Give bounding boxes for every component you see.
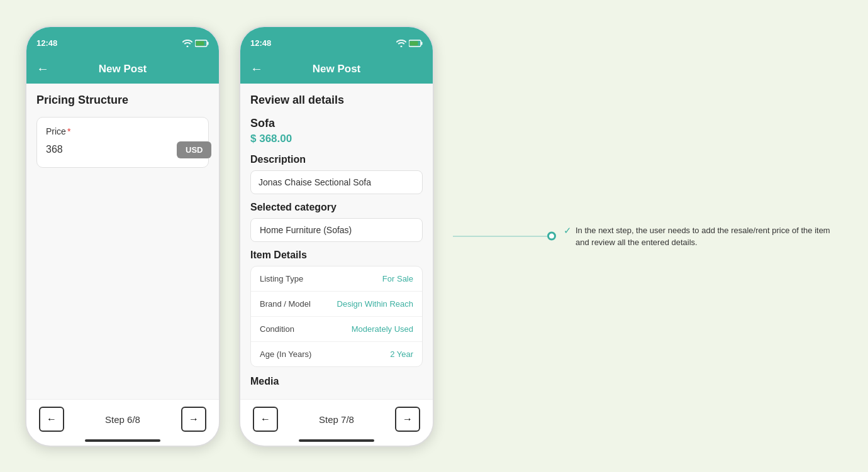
status-icons-2	[396, 40, 423, 47]
detail-key-condition: Condition	[260, 324, 294, 334]
detail-row-condition: Condition Moderately Used	[251, 317, 422, 342]
detail-value-age: 2 Year	[390, 349, 413, 359]
svg-rect-1	[208, 41, 209, 45]
phone2-bottom-nav: ← Step 7/8 →	[240, 399, 433, 439]
description-label: Description	[250, 154, 423, 165]
annotation-dot	[547, 232, 556, 241]
item-type-label: Sofa	[250, 117, 423, 130]
price-input[interactable]	[46, 144, 172, 155]
status-icons-1	[182, 40, 209, 47]
back-nav-button-1[interactable]: ←	[39, 407, 64, 432]
step-text-2: Step 7/8	[319, 414, 354, 425]
category-label: Selected category	[250, 202, 423, 213]
phone-1: 12:48 ← New Post Pricing Structure Price…	[25, 26, 220, 447]
item-details-label: Item Details	[250, 250, 423, 261]
back-button-2[interactable]: ←	[250, 62, 263, 76]
back-nav-button-2[interactable]: ←	[253, 407, 278, 432]
annotation-text-box: ✓ In the next step, the user needs to ad…	[564, 224, 830, 248]
svg-rect-4	[421, 41, 423, 45]
check-icon: ✓	[564, 224, 572, 236]
next-nav-button-2[interactable]: →	[395, 407, 420, 432]
media-label: Media	[250, 376, 423, 387]
detail-row-age: Age (In Years) 2 Year	[251, 342, 422, 366]
detail-value-condition: Moderately Used	[352, 324, 413, 334]
annotation-wrapper: ✓ In the next step, the user needs to ad…	[453, 224, 830, 248]
annotation-row: ✓ In the next step, the user needs to ad…	[564, 224, 830, 248]
category-value: Home Furniture (Sofas)	[250, 218, 423, 242]
price-label: Price*	[46, 126, 199, 136]
phone1-bottom-nav: ← Step 6/8 →	[26, 399, 219, 439]
item-details-card: Listing Type For Sale Brand / Model Desi…	[250, 266, 423, 367]
phone-2: 12:48 ← New Post Review all details Sofa…	[239, 26, 434, 447]
phone1-content: Pricing Structure Price* USD	[26, 84, 219, 399]
status-time-2: 12:48	[250, 38, 271, 48]
price-input-container: Price* USD	[36, 117, 209, 168]
item-price: $ 368.00	[250, 133, 423, 145]
home-indicator-1	[85, 439, 160, 442]
nav-bar-2: ← New Post	[240, 55, 433, 84]
detail-key-listing: Listing Type	[260, 274, 303, 283]
svg-rect-2	[196, 41, 204, 45]
detail-key-age: Age (In Years)	[260, 349, 311, 359]
next-nav-button-1[interactable]: →	[181, 407, 206, 432]
status-bar-1: 12:48	[26, 27, 219, 55]
nav-bar-1: ← New Post	[26, 55, 219, 84]
description-value: Jonas Chaise Sectional Sofa	[250, 170, 423, 194]
detail-row-brand: Brand / Model Design Within Reach	[251, 292, 422, 317]
detail-key-brand: Brand / Model	[260, 299, 311, 309]
nav-title-2: New Post	[313, 63, 361, 75]
detail-row-listing: Listing Type For Sale	[251, 266, 422, 292]
svg-rect-5	[410, 41, 418, 45]
nav-title-1: New Post	[99, 63, 147, 75]
status-bar-2: 12:48	[240, 27, 433, 55]
usd-badge: USD	[177, 141, 211, 158]
annotation-line	[453, 236, 547, 236]
back-button-1[interactable]: ←	[36, 62, 49, 76]
phone2-content: Review all details Sofa $ 368.00 Descrip…	[240, 84, 433, 399]
step-text-1: Step 6/8	[105, 414, 140, 425]
pricing-structure-heading: Pricing Structure	[36, 94, 209, 107]
detail-value-brand: Design Within Reach	[337, 299, 413, 309]
home-indicator-2	[299, 439, 374, 442]
price-field-row: USD	[46, 141, 199, 158]
detail-value-listing: For Sale	[382, 274, 413, 283]
status-time-1: 12:48	[36, 38, 57, 48]
review-heading: Review all details	[250, 94, 423, 107]
annotation-text: In the next step, the user needs to add …	[576, 224, 830, 248]
required-star: *	[67, 126, 70, 136]
